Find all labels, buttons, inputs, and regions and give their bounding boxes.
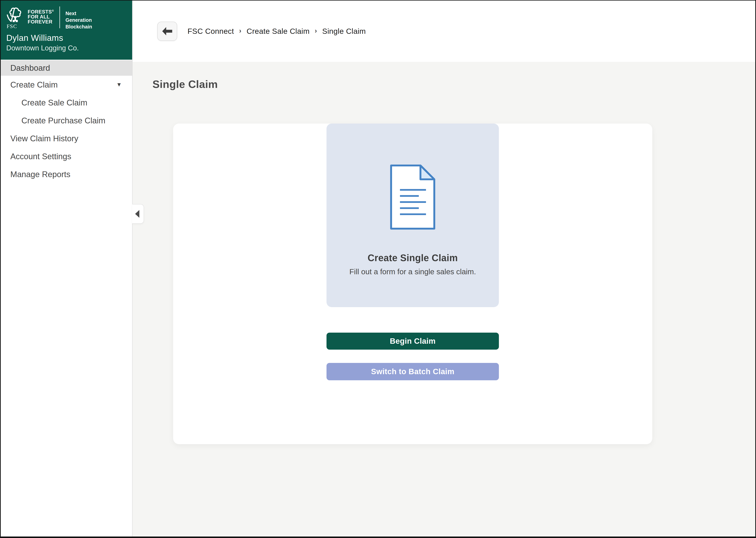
product-name: Next Generation Blockchain [66,10,92,30]
sidebar-brand-header: FSC FORESTS® FOR ALL FOREVER Next Genera… [1,1,132,60]
breadcrumb-item-fsc-connect[interactable]: FSC Connect [188,27,234,36]
sidebar-item-manage-reports[interactable]: Manage Reports [1,165,132,183]
back-button[interactable] [157,22,177,41]
sidebar-collapse-handle[interactable] [132,204,144,224]
begin-claim-button[interactable]: Begin Claim [326,333,499,350]
option-title: Create Single Claim [326,252,499,264]
arrow-left-icon [162,27,172,35]
sidebar-item-label: Dashboard [10,63,50,73]
sidebar: FSC FORESTS® FOR ALL FOREVER Next Genera… [1,1,132,537]
page-title: Single Claim [153,78,755,91]
sidebar-item-create-purchase-claim[interactable]: Create Purchase Claim [1,112,132,130]
topbar: FSC Connect › Create Sale Claim › Single… [132,1,755,62]
sidebar-item-create-sale-claim[interactable]: Create Sale Claim [1,94,132,112]
brand-logo-row: FSC FORESTS® FOR ALL FOREVER Next Genera… [6,6,128,30]
create-single-claim-option: Create Single Claim Fill out a form for … [326,124,499,307]
sidebar-item-view-claim-history[interactable]: View Claim History [1,130,132,147]
document-icon [326,124,499,233]
page-content: Single Claim [132,62,755,537]
sidebar-item-dashboard[interactable]: Dashboard [1,60,132,76]
chevron-left-icon [135,210,139,218]
breadcrumb-item-single-claim[interactable]: Single Claim [322,27,366,36]
sidebar-item-account-settings[interactable]: Account Settings [1,147,132,165]
sidebar-item-label: Account Settings [10,152,71,161]
fsc-tree-logo-icon: FSC [6,6,24,30]
sidebar-item-label: Create Claim [10,80,58,89]
user-name: Dylan Williams [6,33,128,43]
user-company: Downtown Logging Co. [6,44,128,52]
breadcrumb: FSC Connect › Create Sale Claim › Single… [188,27,366,36]
sidebar-item-label: Create Purchase Claim [22,116,105,125]
breadcrumb-separator-icon: › [315,27,317,35]
fsc-wordmark: FSC [7,23,17,29]
option-description: Fill out a form for a single sales claim… [326,267,499,277]
sidebar-item-label: Create Sale Claim [22,98,87,107]
registered-mark: ® [52,9,54,12]
sidebar-item-create-claim[interactable]: Create Claim ▾ [1,76,132,94]
chevron-down-icon: ▾ [118,81,121,88]
switch-to-batch-claim-button[interactable]: Switch to Batch Claim [326,363,499,380]
app-window: FSC FORESTS® FOR ALL FOREVER Next Genera… [0,0,756,538]
main-area: FSC Connect › Create Sale Claim › Single… [132,1,755,537]
single-claim-card: Create Single Claim Fill out a form for … [173,124,652,444]
sidebar-item-label: Manage Reports [10,170,70,179]
brand-tagline: FORESTS® FOR ALL FOREVER [28,8,54,25]
breadcrumb-item-create-sale-claim[interactable]: Create Sale Claim [247,27,309,36]
sidebar-nav: Dashboard Create Claim ▾ Create Sale Cla… [1,60,132,183]
sidebar-item-label: View Claim History [10,134,78,143]
brand-divider [60,7,60,28]
breadcrumb-separator-icon: › [239,27,242,35]
